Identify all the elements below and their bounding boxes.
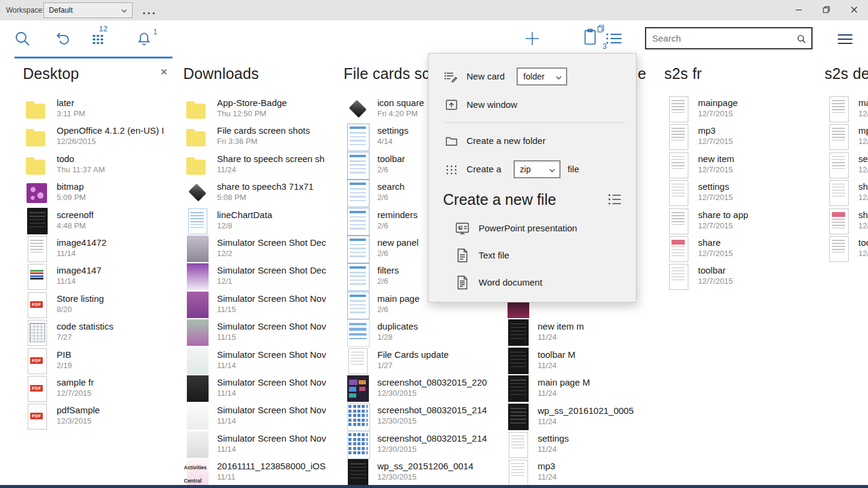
list-item[interactable]: duplicates1/28 (344, 319, 492, 346)
list-item[interactable]: wp_ss_20151206_001412/30/2015 (344, 458, 492, 485)
paste-button[interactable]: 3 (582, 28, 599, 48)
list-item[interactable]: main page M11/24 (504, 375, 652, 402)
archive-type-select[interactable]: zip (514, 160, 561, 178)
list-item[interactable]: share to app12/7/2015 (664, 207, 813, 235)
list-item[interactable]: bitmap5:09 PM (23, 179, 171, 207)
list-view-button[interactable] (606, 32, 622, 47)
file-name: settings (538, 433, 569, 444)
minimize-button[interactable] (785, 0, 813, 20)
file-date: 12/7/2015 (698, 249, 733, 258)
list-item[interactable]: later3:11 PM (23, 95, 171, 123)
list-item[interactable]: settings12/7/2015 (664, 179, 813, 207)
list-item[interactable]: Simulator Screen Shot Nov11/14 (183, 347, 332, 375)
list-item[interactable]: wp_ss_20161021_000511/24 (504, 403, 652, 431)
file-name: duplicates (377, 321, 418, 332)
darkshot-icon (344, 458, 371, 485)
list-item[interactable]: pdfSample12/3/2015 (23, 402, 171, 430)
column-title[interactable]: Desktop (23, 65, 79, 83)
list-item[interactable]: toolbar12/7/2015 (664, 263, 813, 290)
file-name: main page M (538, 377, 590, 388)
list-item[interactable]: settings11/24 (504, 431, 652, 458)
list-item[interactable]: Simulator Screen Shot Dec12/2 (183, 235, 332, 263)
list-item[interactable]: Simulator Screen Shot Nov11/14 (183, 402, 332, 430)
list-item[interactable]: set12/ (825, 151, 868, 179)
list-item[interactable]: lineChartData12/8 (183, 207, 332, 235)
list-item[interactable]: image4147211/14 (23, 235, 171, 263)
file-date: 2/6 (377, 277, 399, 286)
file-type-word[interactable]: Word document (454, 269, 636, 296)
list-item[interactable]: Simulator Screen Shot Nov11/15 (183, 291, 332, 319)
file-name: Simulator Screen Shot Nov (217, 433, 326, 444)
list-item[interactable]: File Cards update1/27 (344, 347, 492, 375)
list-item[interactable]: Simulator Screen Shot Dec12/1 (183, 263, 332, 290)
list-item[interactable]: screenshot_08032015_21412/30/2015 (344, 431, 492, 458)
column-title[interactable]: s2s de (825, 65, 868, 83)
close-column-icon[interactable]: × (160, 65, 168, 78)
workspace-select[interactable]: Default (43, 2, 133, 18)
list-item[interactable]: Simulator Screen Shot Nov11/15 (183, 319, 332, 346)
add-button[interactable] (523, 30, 541, 49)
new-window-row[interactable]: New window (443, 90, 636, 119)
undo-button[interactable] (54, 30, 71, 48)
list-item[interactable]: App-Store-BadgeThu 12:50 PM (183, 95, 332, 123)
list-item[interactable]: new item m11/24 (504, 319, 652, 346)
list-item[interactable]: code statistics7/27 (23, 319, 171, 346)
list-item[interactable]: mp312/7/2015 (664, 123, 813, 151)
file-meta: Share to speech screen sh11/24 (217, 151, 324, 179)
list-item[interactable]: File cards screen shotsFri 3:36 PM (183, 123, 332, 151)
doc-icon (664, 207, 692, 235)
zoom-button[interactable] (13, 30, 31, 49)
file-meta: image4147211/14 (57, 235, 107, 263)
list-item[interactable]: new item12/7/2015 (664, 151, 813, 179)
list-item[interactable]: Simulator Screen Shot Nov11/14 (183, 431, 332, 458)
list-item[interactable]: todoThu 11:37 AM (23, 151, 171, 179)
new-card-row[interactable]: New card folder (443, 62, 636, 90)
list-item[interactable]: sample fr12/7/2015 (23, 375, 171, 402)
list-item[interactable]: toc12/ (825, 235, 868, 263)
list-item[interactable]: Store listing8/20 (23, 291, 171, 319)
doc-icon (504, 458, 532, 485)
search-input[interactable] (646, 28, 811, 48)
list-item[interactable]: PIB2/19 (23, 347, 171, 375)
list-item[interactable]: Simulator Screen Shot Nov11/14 (183, 375, 332, 402)
list-item[interactable]: mp12/ (825, 123, 868, 151)
new-card-type-select[interactable]: folder (517, 67, 567, 86)
column-title[interactable]: e (638, 65, 646, 83)
file-list-icon[interactable] (606, 193, 623, 206)
file-date: 12/ (858, 137, 868, 146)
list-item[interactable]: mp311/24 (504, 458, 652, 485)
list-item[interactable]: sha12/ (825, 207, 868, 235)
list-item[interactable]: mainpage12/7/2015 (664, 95, 813, 123)
create-folder-row[interactable]: Create a new folder (443, 127, 636, 155)
list-item[interactable]: image414711/14 (23, 263, 171, 290)
list-item[interactable]: screenoff4:48 PM (23, 207, 171, 235)
list-item[interactable]: ActivitiesCentral20161111_123858000_iOS1… (183, 458, 332, 485)
folder-icon (23, 151, 51, 179)
list-item[interactable]: screenshot_08032015_22012/30/2015 (344, 375, 492, 402)
versions-button[interactable]: 12 (93, 25, 107, 46)
column-items: later3:11 PMOpenOffice 4.1.2 (en-US) I12… (23, 95, 171, 431)
file-type-text[interactable]: Text file (454, 242, 636, 269)
list-item[interactable]: Share to speech screen sh11/24 (183, 151, 332, 179)
restore-button[interactable] (813, 0, 840, 20)
list-item[interactable]: share12/7/2015 (664, 235, 813, 263)
menu-button[interactable] (837, 32, 854, 48)
list-item[interactable]: ma12/ (825, 95, 868, 123)
list-item[interactable]: screenshot_08032015_21412/30/2015 (344, 402, 492, 430)
list-item[interactable]: share to speech3 71x715:08 PM (183, 179, 332, 207)
list-item[interactable]: sha12/ (825, 179, 868, 207)
column-title[interactable]: Downloads (183, 65, 259, 83)
file-type-powerpoint[interactable]: PowerPoint presentation (454, 214, 636, 242)
inkscape-icon (344, 95, 371, 123)
create-archive-row[interactable]: Create a zip file (443, 155, 636, 183)
file-name: PIB (57, 349, 72, 360)
file-name: share (698, 237, 733, 248)
close-button[interactable] (840, 0, 868, 20)
column-title[interactable]: s2s fr (664, 65, 702, 83)
shot-icon (183, 263, 211, 290)
notifications-button[interactable]: 1 (136, 31, 152, 49)
more-options-button[interactable] (142, 8, 156, 17)
list-item[interactable]: toolbar M11/24 (504, 347, 652, 375)
file-date: 12/7/2015 (698, 193, 733, 202)
list-item[interactable]: OpenOffice 4.1.2 (en-US) I12/26/2015 (23, 123, 171, 151)
